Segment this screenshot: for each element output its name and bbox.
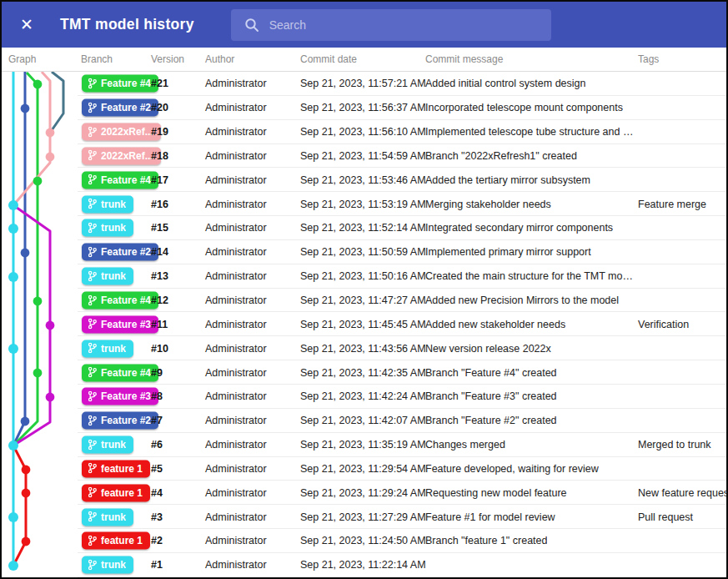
commit-node-4[interactable] bbox=[22, 489, 31, 498]
branch-icon bbox=[88, 511, 97, 522]
branch-badge[interactable]: trunk bbox=[82, 436, 133, 454]
author-cell: Administrator bbox=[205, 511, 267, 523]
commit-message-cell: Branch "Feature #2" created bbox=[425, 415, 557, 426]
version-cell: #8 bbox=[151, 390, 163, 402]
commit-node-10[interactable] bbox=[8, 344, 18, 354]
branch-badge[interactable]: trunk bbox=[82, 508, 133, 526]
version-cell: #2 bbox=[151, 535, 163, 546]
search-box[interactable] bbox=[231, 9, 551, 41]
author-cell: Administrator bbox=[205, 367, 267, 379]
table-row[interactable]: Feature #3 #11 Administrator Sep 21, 202… bbox=[2, 312, 726, 336]
commit-node-19[interactable] bbox=[46, 128, 55, 138]
commit-node-13[interactable] bbox=[8, 272, 18, 282]
table-row[interactable]: trunk #13 Administrator Sep 21, 2023, 11… bbox=[2, 264, 726, 289]
branch-badge-label: 2022xRef... bbox=[101, 126, 153, 138]
commit-node-2[interactable] bbox=[22, 537, 31, 546]
table-row[interactable]: Feature #4 #17 Administrator Sep 21, 202… bbox=[2, 168, 726, 192]
commit-node-8[interactable] bbox=[46, 393, 55, 402]
table-row[interactable]: Feature #4 #9 Administrator Sep 21, 2023… bbox=[2, 360, 726, 385]
branch-badge[interactable]: 2022xRef... bbox=[82, 147, 161, 164]
branch-badge[interactable]: Feature #2 bbox=[82, 99, 158, 117]
branch-badge[interactable]: Feature #4 bbox=[82, 292, 158, 310]
table-row[interactable]: Feature #2 #20 Administrator Sep 21, 202… bbox=[2, 96, 726, 120]
branch-icon bbox=[88, 102, 97, 113]
search-input[interactable] bbox=[269, 9, 551, 41]
branch-badge[interactable]: Feature #2 bbox=[82, 412, 158, 430]
table-row[interactable]: Feature #4 #21 Administrator Sep 21, 202… bbox=[2, 72, 726, 96]
table-row[interactable]: feature 1 #2 Administrator Sep 21, 2023,… bbox=[2, 529, 726, 553]
branch-badge[interactable]: 2022xRef... bbox=[82, 123, 161, 141]
table-header: Graph Branch Version Author Commit date … bbox=[2, 48, 726, 72]
commit-node-12[interactable] bbox=[33, 297, 43, 306]
tags-cell: Feature merge bbox=[638, 199, 706, 210]
table-row[interactable]: trunk #10 Administrator Sep 21, 2023, 11… bbox=[2, 336, 726, 360]
version-cell: #5 bbox=[151, 463, 163, 475]
branch-badge[interactable]: Feature #4 bbox=[82, 75, 158, 93]
branch-badge[interactable]: feature 1 bbox=[82, 484, 150, 501]
branch-badge[interactable]: feature 1 bbox=[82, 532, 150, 550]
branch-badge-label: Feature #4 bbox=[101, 174, 151, 185]
table-row[interactable]: 2022xRef... #18 Administrator Sep 21, 20… bbox=[2, 144, 726, 169]
branch-icon bbox=[88, 439, 97, 450]
branch-badge[interactable]: trunk bbox=[82, 340, 133, 357]
table-row[interactable]: feature 1 #5 Administrator Sep 21, 2023,… bbox=[2, 457, 726, 481]
commit-node-15[interactable] bbox=[8, 224, 18, 234]
branch-badge[interactable]: Feature #4 bbox=[82, 364, 158, 381]
commit-node-3[interactable] bbox=[8, 512, 18, 522]
commit-node-14[interactable] bbox=[21, 249, 30, 258]
branch-badge[interactable]: trunk bbox=[82, 268, 133, 285]
commit-node-11[interactable] bbox=[46, 321, 55, 330]
table-row[interactable]: trunk #16 Administrator Sep 21, 2023, 11… bbox=[2, 192, 726, 216]
commit-message-cell: Added new Precision Mirrors to the model bbox=[425, 295, 619, 306]
branch-badge[interactable]: Feature #2 bbox=[82, 244, 158, 261]
branch-icon bbox=[88, 343, 97, 354]
table-row[interactable]: feature 1 #4 Administrator Sep 21, 2023,… bbox=[2, 481, 726, 505]
commit-date-cell: Sep 21, 2023, 11:50:16 AM bbox=[300, 270, 426, 282]
branch-badge-label: Feature #4 bbox=[101, 295, 151, 306]
refresh-branch-line bbox=[13, 72, 50, 205]
commit-message-cell: Requesting new model feature bbox=[425, 487, 567, 499]
branch-badge[interactable]: trunk bbox=[82, 195, 133, 213]
table-row[interactable]: 2022xRef... #19 Administrator Sep 21, 20… bbox=[2, 120, 726, 144]
commit-node-1[interactable] bbox=[8, 561, 18, 571]
author-cell: Administrator bbox=[205, 439, 267, 451]
commit-node-17[interactable] bbox=[33, 177, 43, 186]
table-row[interactable]: Feature #3 #8 Administrator Sep 21, 2023… bbox=[2, 385, 726, 409]
branch-badge-label: trunk bbox=[101, 198, 126, 209]
commit-node-16[interactable] bbox=[8, 200, 18, 210]
commit-node-5[interactable] bbox=[22, 466, 31, 475]
branch-icon bbox=[88, 199, 97, 209]
branch-badge[interactable]: Feature #3 bbox=[82, 388, 158, 405]
commit-date-cell: Sep 21, 2023, 11:45:45 AM bbox=[300, 319, 426, 330]
commit-node-20[interactable] bbox=[21, 104, 30, 113]
close-icon[interactable]: ✕ bbox=[12, 10, 42, 40]
commit-node-6[interactable] bbox=[8, 441, 18, 451]
author-cell: Administrator bbox=[205, 390, 267, 402]
version-cell: #21 bbox=[151, 78, 168, 89]
branch-badge[interactable]: Feature #4 bbox=[82, 171, 158, 189]
table-row[interactable]: trunk #1 Administrator Sep 21, 2023, 11:… bbox=[2, 553, 726, 577]
branch-badge[interactable]: Feature #3 bbox=[82, 315, 158, 333]
commit-node-21[interactable] bbox=[33, 80, 43, 89]
table-row[interactable]: Feature #2 #7 Administrator Sep 21, 2023… bbox=[2, 409, 726, 433]
table-row[interactable]: trunk #15 Administrator Sep 21, 2023, 11… bbox=[2, 216, 726, 240]
table-row[interactable]: trunk #3 Administrator Sep 21, 2023, 11:… bbox=[2, 505, 726, 529]
author-cell: Administrator bbox=[205, 150, 267, 162]
tags-cell: Verification bbox=[638, 319, 689, 330]
column-header-tags: Tags bbox=[638, 53, 659, 65]
commit-node-18[interactable] bbox=[46, 153, 55, 162]
branch-badge[interactable]: trunk bbox=[82, 556, 133, 574]
branch-badge[interactable]: feature 1 bbox=[82, 460, 150, 477]
branch-badge[interactable]: trunk bbox=[82, 219, 133, 237]
commit-date-cell: Sep 21, 2023, 11:42:24 AM bbox=[300, 390, 426, 402]
commit-node-9[interactable] bbox=[33, 369, 43, 378]
branch-badge-label: trunk bbox=[101, 222, 126, 234]
author-cell: Administrator bbox=[205, 270, 267, 282]
commit-message-cell: Feature #1 for model review bbox=[425, 511, 555, 523]
table-row[interactable]: Feature #2 #14 Administrator Sep 21, 202… bbox=[2, 240, 726, 264]
table-row[interactable]: trunk #6 Administrator Sep 21, 2023, 11:… bbox=[2, 433, 726, 457]
commit-message-cell: Added initial control system design bbox=[425, 78, 585, 89]
commit-node-7[interactable] bbox=[21, 417, 30, 426]
table-row[interactable]: Feature #4 #12 Administrator Sep 21, 202… bbox=[2, 289, 726, 313]
commit-message-cell: Merging stakeholder needs bbox=[425, 199, 551, 210]
